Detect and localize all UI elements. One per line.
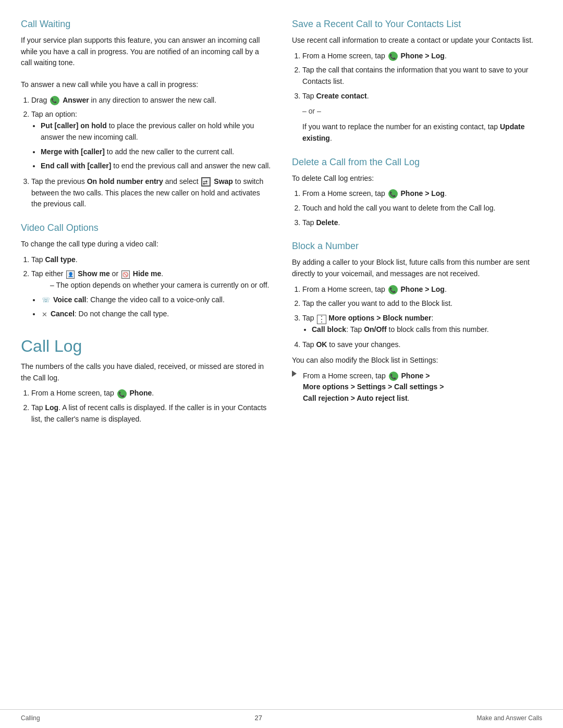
- video-call-options-title: Video Call Options: [21, 223, 271, 233]
- video-step1: Tap Call type.: [31, 254, 271, 266]
- delete-step3: Tap Delete.: [302, 217, 542, 229]
- call-waiting-step3: Tap the previous On hold number entry an…: [31, 176, 271, 210]
- call-waiting-step1: Drag Answer in any direction to answer t…: [31, 95, 271, 106]
- call-rejection-bold: Call rejection > Auto reject list: [303, 394, 408, 402]
- phone-icon-settings: [389, 372, 398, 381]
- camera-note: – The option depends on whether your cam…: [50, 280, 271, 291]
- more-options-bold: More options > Block number: [328, 314, 431, 322]
- cancel-icon: ✕: [42, 310, 47, 320]
- block-number-title: Block a Number: [292, 241, 542, 252]
- answer-icon: [50, 96, 59, 105]
- block-step3: Tap More options > Block number: Call bl…: [302, 313, 542, 335]
- after-or-text: If you want to replace the number for an…: [302, 121, 542, 144]
- call-type-bold: Call type: [45, 255, 75, 264]
- voice-call-item: ☏ Voice call: Change the video call to a…: [41, 294, 271, 306]
- left-column: Call Waiting If your service plan suppor…: [21, 19, 271, 678]
- more-options-settings-bold: More options > Settings > Call settings …: [303, 382, 444, 391]
- settings-step: From a Home screen, tap Phone > More opt…: [292, 371, 542, 409]
- save-step1: From a Home screen, tap Phone > Log.: [302, 51, 542, 62]
- swap-icon: [201, 177, 211, 187]
- drag-label: Drag Answer in any direction to answer t…: [31, 96, 216, 104]
- phone-icon-block1: [388, 285, 398, 294]
- video-call-options-para1: To change the call type during a video c…: [21, 239, 271, 250]
- delete-step1: From a Home screen, tap Phone > Log.: [302, 188, 542, 200]
- call-waiting-subitems: Put [caller] on hold to place the previo…: [41, 120, 271, 172]
- call-waiting-steps: Drag Answer in any direction to answer t…: [31, 95, 271, 210]
- delete-call-steps: From a Home screen, tap Phone > Log. Tou…: [302, 188, 542, 228]
- call-log-title: Call Log: [21, 337, 271, 356]
- end-call-item: End call with [caller] to end the previo…: [41, 161, 271, 172]
- page: Call Waiting If your service plan suppor…: [0, 0, 563, 728]
- or-text: – or –: [302, 106, 542, 117]
- right-column: Save a Recent Call to Your Contacts List…: [292, 19, 542, 678]
- save-step2: Tap the call that contains the informati…: [302, 65, 542, 87]
- content-area: Call Waiting If your service plan suppor…: [0, 0, 563, 709]
- or-section: – or – If you want to replace the number…: [302, 106, 542, 144]
- more-options-icon: [317, 314, 325, 323]
- video-step2: Tap either 👤 Show me or 🚫 Hide me. – The…: [31, 268, 271, 320]
- answer-bold: Answer: [63, 96, 89, 104]
- phone-log-bold2: Phone > Log: [401, 189, 445, 198]
- footer: Calling 27 Make and Answer Calls: [0, 709, 563, 728]
- block-step4: Tap OK to save your changes.: [302, 339, 542, 351]
- delete-step2: Touch and hold the call you want to dele…: [302, 203, 542, 214]
- phone-bold: Phone: [130, 389, 152, 397]
- merge-caller-bold: Merge with [caller]: [41, 147, 105, 156]
- tap-option-label: Tap an option:: [31, 110, 77, 118]
- call-block-item: Call block: Tap On/Off to block calls fr…: [312, 324, 542, 336]
- hide-me-bold: Hide me: [133, 269, 161, 278]
- cancel-bold: Cancel: [51, 310, 75, 318]
- put-on-hold-bold: Put [caller] on hold: [41, 121, 107, 130]
- footer-page-number: 27: [254, 714, 262, 722]
- video-call-steps: Tap Call type. Tap either 👤 Show me or 🚫…: [31, 254, 271, 320]
- swap-bold: Swap: [214, 177, 233, 186]
- video-bullets: ☏ Voice call: Change the video call to a…: [41, 294, 271, 320]
- phone-log-bold3: Phone > Log: [401, 285, 445, 293]
- show-me-bold: Show me: [78, 269, 109, 278]
- update-existing-bold: Update existing: [302, 122, 524, 142]
- call-waiting-para1: If your service plan supports this featu…: [21, 35, 271, 69]
- phone-icon-delete1: [388, 189, 398, 199]
- settings-step-text: From a Home screen, tap Phone > More opt…: [303, 371, 444, 404]
- call-waiting-title: Call Waiting: [21, 19, 271, 30]
- call-waiting-step2: Tap an option: Put [caller] on hold to p…: [31, 109, 271, 171]
- block-step2: Tap the caller you want to add to the Bl…: [302, 298, 542, 310]
- voice-call-bold: Voice call: [53, 295, 87, 304]
- phone-icon-save1: [388, 52, 398, 61]
- delete-bold: Delete: [316, 218, 338, 227]
- block-step1: From a Home screen, tap Phone > Log.: [302, 284, 542, 295]
- call-log-step1: From a Home screen, tap Phone.: [31, 388, 271, 399]
- on-off-bold: On/Off: [364, 325, 387, 334]
- show-icon: 👤: [66, 270, 75, 279]
- save-recent-para1: Use recent call information to create a …: [292, 35, 542, 46]
- phone-log-bold1: Phone > Log: [401, 52, 445, 60]
- delete-call-title: Delete a Call from the Call Log: [292, 157, 542, 168]
- voice-icon: ☏: [42, 295, 50, 305]
- put-on-hold-item: Put [caller] on hold to place the previo…: [41, 120, 271, 143]
- end-call-bold: End call with [caller]: [41, 162, 111, 170]
- arrow-icon: [292, 371, 297, 377]
- create-contact-bold: Create contact: [316, 92, 366, 100]
- call-block-bold: Call block: [312, 325, 346, 334]
- phone-bold-settings: Phone >: [401, 372, 430, 380]
- call-log-para1: The numbers of the calls you have dialed…: [21, 361, 271, 384]
- call-log-step2: Tap Log. A list of recent calls is displ…: [31, 402, 271, 425]
- footer-right: Make and Answer Calls: [477, 714, 542, 722]
- settings-note: You can also modify the Block list in Se…: [292, 355, 542, 366]
- block-number-steps: From a Home screen, tap Phone > Log. Tap…: [302, 284, 542, 351]
- block-number-para1: By adding a caller to your Block list, f…: [292, 257, 542, 279]
- save-recent-title: Save a Recent Call to Your Contacts List: [292, 19, 542, 30]
- save-step3: Tap Create contact.: [302, 91, 542, 102]
- log-bold: Log: [45, 403, 58, 412]
- footer-left: Calling: [21, 714, 40, 722]
- hide-icon: 🚫: [121, 270, 130, 279]
- call-log-steps: From a Home screen, tap Phone. Tap Log. …: [31, 388, 271, 425]
- delete-call-para1: To delete Call log entries:: [292, 173, 542, 184]
- phone-icon-calllog1: [117, 389, 127, 399]
- call-waiting-para2: To answer a new call while you have a ca…: [21, 79, 271, 91]
- save-recent-steps: From a Home screen, tap Phone > Log. Tap…: [302, 51, 542, 102]
- ok-bold: OK: [316, 340, 327, 349]
- merge-caller-item: Merge with [caller] to add the new calle…: [41, 146, 271, 158]
- block-bullets: Call block: Tap On/Off to block calls fr…: [312, 324, 542, 336]
- cancel-item: ✕ Cancel: Do not change the call type.: [41, 309, 271, 320]
